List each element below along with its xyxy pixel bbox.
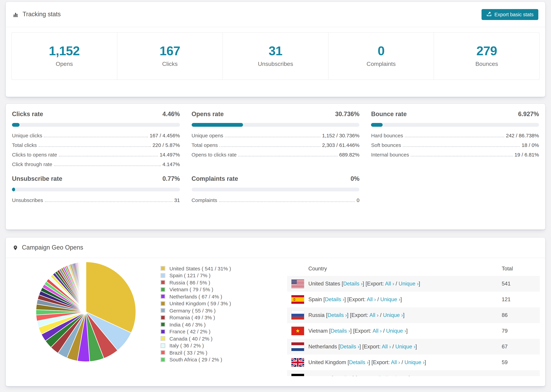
- map-pin-icon: [13, 244, 18, 251]
- rates-grid: Clicks rate4.46%Unique clicks167 / 4.456…: [6, 104, 545, 203]
- export-all-link[interactable]: All ›: [367, 296, 376, 302]
- stat-box: 0Complaints: [328, 32, 434, 80]
- dotted-leader: [225, 137, 320, 137]
- rate-title: Clicks rate: [12, 111, 43, 118]
- stat-label: Bounces: [475, 61, 498, 68]
- progress-bar: [371, 123, 539, 127]
- legend-item: Vietnam ( 79 / 5% ): [161, 286, 273, 293]
- rate-stat-value: 31: [174, 197, 180, 203]
- rate-stat-row: Hard bounces242 / 86.738%: [371, 133, 539, 138]
- tracking-stats-header: Tracking stats Export basic stats: [6, 2, 545, 27]
- export-icon: [486, 11, 492, 18]
- rate-block: Opens rate30.736%Unique opens1,152 / 30.…: [191, 111, 359, 167]
- bar-chart-icon: [13, 11, 19, 17]
- rate-block: Clicks rate4.46%Unique clicks167 / 4.456…: [12, 111, 180, 167]
- export-unique-link[interactable]: Unique ›: [386, 328, 406, 334]
- legend-item: Spain ( 121 / 7% ): [161, 272, 273, 279]
- total-cell: 67: [502, 343, 540, 350]
- details-link[interactable]: Details ›: [325, 296, 345, 302]
- rate-stat-value: 167 / 4.456%: [150, 133, 180, 138]
- details-link[interactable]: Details ›: [327, 312, 347, 318]
- dotted-leader: [44, 137, 148, 137]
- details-link[interactable]: Details ›: [349, 359, 369, 365]
- stat-value: 31: [269, 45, 282, 58]
- table-row: United States [Details ›] [Export: All ›…: [287, 276, 540, 292]
- legend-label: Italy ( 36 / 2% ): [170, 343, 204, 349]
- dotted-leader: [219, 146, 320, 147]
- rate-value: 4.46%: [162, 111, 180, 118]
- export-unique-link[interactable]: Unique ›: [395, 343, 415, 350]
- export-all-link[interactable]: All ›: [369, 312, 379, 318]
- export-unique-link[interactable]: Unique ›: [380, 296, 400, 302]
- export-all-link[interactable]: All ›: [373, 328, 381, 334]
- export-button-label: Export basic stats: [494, 12, 534, 17]
- rate-stat-row: Clicks to opens rate14.497%: [12, 152, 180, 158]
- rate-title: Unsubscribe rate: [12, 175, 62, 182]
- dotted-leader: [219, 201, 355, 202]
- tracking-stats-card: Tracking stats Export basic stats 1,152O…: [6, 1, 545, 97]
- rate-stat-value: 220 / 5.87%: [152, 142, 180, 148]
- total-column-header: Total: [502, 266, 540, 272]
- details-link[interactable]: Details ›: [331, 328, 350, 334]
- progress-bar: [191, 123, 359, 127]
- table-row: United Kingdom [Details ›] [Export: All …: [287, 355, 540, 370]
- rate-block: Unsubscribe rate0.77%Unsubscribes31: [12, 175, 180, 203]
- legend-label: India ( 46 / 3% ): [170, 322, 206, 328]
- export-all-link[interactable]: All ›: [391, 359, 400, 365]
- details-link[interactable]: Details ›: [333, 375, 353, 376]
- legend-swatch: [161, 336, 165, 341]
- table-row: Germany [Details ›] [Export: All › / Uni…: [287, 370, 540, 376]
- rate-stat-label: Hard bounces: [371, 133, 403, 138]
- legend-swatch: [161, 301, 165, 306]
- export-all-link[interactable]: All ›: [385, 281, 394, 287]
- country-column-header: Country: [287, 266, 502, 272]
- country-name: Germany: [308, 375, 330, 376]
- progress-bar: [12, 123, 180, 127]
- details-link[interactable]: Details ›: [340, 343, 359, 350]
- country-name: Spain: [308, 296, 322, 302]
- rate-stat-label: Total opens: [191, 142, 218, 148]
- legend-swatch: [161, 322, 165, 327]
- details-link[interactable]: Details ›: [343, 281, 363, 287]
- export-unique-link[interactable]: Unique ›: [389, 375, 409, 376]
- rate-stat-label: Unsubscribes: [12, 197, 43, 203]
- dotted-leader: [54, 165, 161, 166]
- export-all-link[interactable]: All ›: [382, 343, 391, 350]
- campaign-geo-opens-card: Campaign Geo Opens United States ( 541 /…: [6, 237, 545, 386]
- legend-item: Brazil ( 33 / 2% ): [161, 349, 273, 356]
- rate-stat-label: Click through rate: [12, 161, 52, 167]
- flag-es-icon: [291, 295, 304, 304]
- geo-table-header: Country Total: [287, 261, 540, 276]
- rate-title: Opens rate: [191, 111, 224, 118]
- dotted-leader: [403, 146, 520, 147]
- export-unique-link[interactable]: Unique ›: [383, 312, 403, 318]
- rate-stat-value: 4.147%: [162, 161, 180, 167]
- pie-legend: United States ( 541 / 31% )Spain ( 121 /…: [161, 261, 273, 376]
- rate-stat-label: Total clicks: [12, 142, 37, 148]
- country-cell: Vietnam [Details ›] [Export: All › / Uni…: [304, 328, 502, 334]
- rate-title-row: Complaints rate0%: [191, 175, 359, 182]
- export-unique-link[interactable]: Unique ›: [404, 359, 424, 365]
- rate-stat-value: 689.82%: [339, 152, 359, 158]
- geo-table: Country Total United States [Details ›] …: [287, 261, 540, 376]
- legend-swatch: [161, 329, 165, 334]
- geo-title-row: Campaign Geo Opens: [13, 244, 83, 251]
- rate-title-row: Bounce rate6.927%: [371, 111, 539, 118]
- flag-nl-icon: [291, 342, 304, 351]
- table-row: Vietnam [Details ›] [Export: All › / Uni…: [287, 323, 540, 339]
- stat-box: 279Bounces: [434, 32, 540, 80]
- export-all-link[interactable]: All ›: [375, 375, 384, 376]
- progress-fill: [12, 123, 20, 127]
- legend-swatch: [161, 280, 165, 285]
- rate-title-row: Opens rate30.736%: [191, 111, 359, 118]
- export-unique-link[interactable]: Unique ›: [399, 281, 418, 287]
- rate-stat-value: 1,152 / 30.736%: [322, 133, 360, 138]
- progress-fill: [12, 188, 15, 191]
- stat-value: 167: [160, 45, 180, 58]
- table-row: Spain [Details ›] [Export: All › / Uniqu…: [287, 292, 540, 307]
- flag-gb-icon: [291, 358, 304, 367]
- export-basic-stats-button[interactable]: Export basic stats: [481, 9, 538, 20]
- total-cell: 121: [502, 296, 540, 302]
- rate-stat-row: Soft bounces18 / 0%: [371, 142, 539, 148]
- progress-fill: [371, 123, 383, 127]
